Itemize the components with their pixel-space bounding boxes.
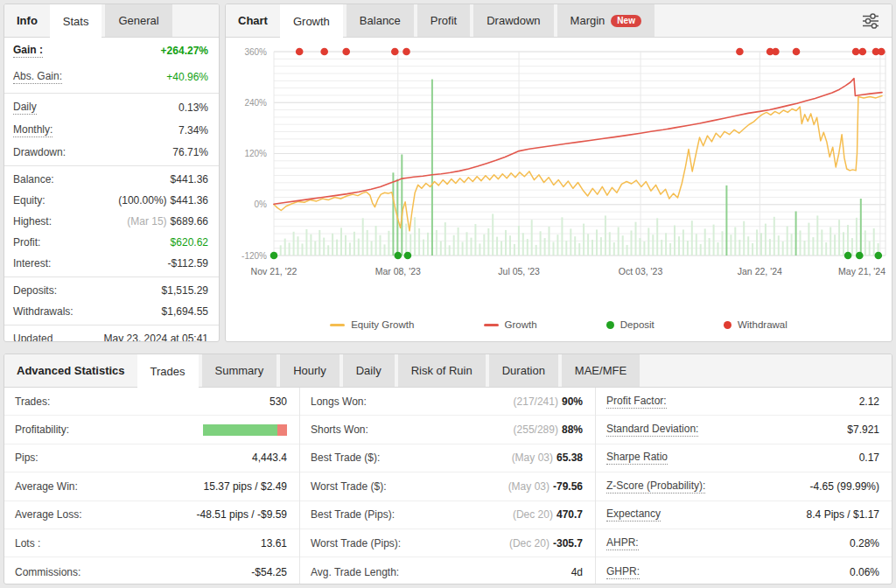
withdrawal-marker[interactable]	[296, 48, 304, 56]
stat-row: AHPR:0.28%	[596, 529, 892, 557]
volume-bar	[405, 224, 407, 256]
tab-trades[interactable]: Trades	[137, 354, 199, 388]
tab-margin[interactable]: MarginNew	[557, 4, 654, 37]
volume-bar	[864, 230, 866, 256]
stat-value: 15.37 pips / $2.49	[204, 480, 287, 493]
tab-label: Daily	[356, 364, 382, 377]
withdrawal-marker[interactable]	[736, 48, 744, 56]
group-divider	[4, 276, 219, 277]
deposit-marker[interactable]	[395, 252, 402, 260]
chart-legend: Equity GrowthGrowthDepositWithdrawal	[226, 308, 892, 341]
left-panel-tabs: StatsGeneral	[50, 4, 176, 37]
stats-column: Profit Factor:2.12Standard Deviation:$7.…	[596, 388, 892, 584]
stat-label: Average Win:	[15, 480, 78, 493]
left-panel-tabstrip: Info StatsGeneral	[4, 4, 219, 38]
growth-chart[interactable]: 360%240%120%0%-120%Nov 21, '22Mar 08, '2…	[226, 38, 892, 308]
deposit-marker[interactable]	[844, 252, 852, 260]
stat-label: Deposits:	[13, 284, 57, 297]
volume-bar	[795, 212, 797, 256]
withdrawal-marker[interactable]	[878, 48, 886, 56]
volume-bar	[787, 227, 788, 256]
volume-bar	[838, 220, 840, 256]
volume-bar	[318, 230, 320, 256]
tab-balance[interactable]: Balance	[346, 4, 414, 37]
withdrawal-marker[interactable]	[852, 48, 860, 56]
volume-bar	[574, 236, 576, 256]
tab-label: Balance	[360, 14, 401, 27]
stat-row: Monthly:7.34%	[4, 119, 219, 142]
stat-value: (May 03)-79.56	[508, 480, 583, 493]
trade-statistics-grid: Trades:530Profitability:Pips:4,443.4Aver…	[4, 388, 892, 584]
withdrawal-marker[interactable]	[859, 48, 867, 56]
stat-value-main: 13.61	[261, 537, 287, 550]
stat-value: +264.27%	[161, 45, 208, 57]
chart-settings-sliders-icon[interactable]	[860, 12, 881, 30]
legend-item-equity-growth: Equity Growth	[330, 319, 414, 330]
stat-label: Monthly:	[13, 123, 52, 137]
stat-value: -48.51 pips / -$9.59	[197, 508, 287, 521]
stat-label: Worst Trade (Pips):	[311, 537, 401, 550]
withdrawal-marker[interactable]	[772, 48, 780, 56]
stat-row: Trades:530	[4, 388, 299, 416]
stat-value: (Dec 20)470.7	[513, 508, 583, 521]
stat-label: Drawdown:	[13, 146, 66, 158]
stat-label: Equity:	[13, 194, 46, 206]
stat-value-main: 530	[270, 396, 287, 408]
volume-bar	[492, 214, 494, 256]
stat-value-prefix: (Dec 20)	[509, 537, 550, 550]
volume-bar	[774, 217, 775, 256]
withdrawal-marker[interactable]	[342, 48, 350, 56]
deposit-marker[interactable]	[856, 252, 864, 260]
withdrawal-marker[interactable]	[391, 48, 399, 56]
stat-value: 0.13%	[178, 102, 208, 114]
volume-bar	[527, 239, 528, 256]
volume-bar	[691, 220, 693, 256]
volume-bar	[760, 233, 762, 256]
withdrawal-marker[interactable]	[320, 48, 328, 56]
tab-duration[interactable]: Duration	[489, 354, 558, 387]
volume-bar	[436, 230, 438, 256]
withdrawal-marker[interactable]	[402, 48, 410, 56]
stat-label: GHPR:	[606, 565, 640, 579]
stat-label: Balance:	[13, 173, 54, 186]
stat-row: Deposits:$1,515.29	[4, 280, 219, 301]
volume-bar	[722, 231, 724, 256]
tab-label: Summary	[215, 364, 264, 377]
profitability-bar	[203, 424, 287, 436]
tab-summary[interactable]: Summary	[202, 354, 277, 387]
chart-panel: Chart GrowthBalanceProfitDrawdownMarginN…	[225, 4, 892, 342]
tab-hourly[interactable]: Hourly	[280, 354, 340, 387]
stat-row: Drawdown:76.71%	[4, 142, 219, 163]
tab-stats[interactable]: Stats	[50, 4, 102, 38]
tab-risk-of-ruin[interactable]: Risk of Ruin	[398, 354, 486, 387]
deposit-marker[interactable]	[875, 252, 883, 260]
volume-bar	[578, 243, 580, 256]
stat-value: (217/241)90%	[514, 396, 583, 408]
volume-bar	[704, 228, 706, 256]
volume-bar	[713, 225, 715, 256]
stat-label: Highest:	[13, 215, 52, 228]
volume-bar	[765, 224, 766, 256]
tab-general[interactable]: General	[105, 4, 172, 37]
deposit-marker[interactable]	[404, 252, 412, 260]
volume-bar	[843, 232, 844, 256]
x-axis-tick-label: Nov 21, '22	[251, 266, 298, 276]
stat-value: May 23, 2024 at 05:41	[104, 332, 208, 342]
tab-daily[interactable]: Daily	[343, 354, 395, 387]
volume-bar	[834, 234, 836, 256]
deposit-marker[interactable]	[270, 252, 278, 260]
tab-growth[interactable]: Growth	[280, 4, 343, 38]
tab-label: Growth	[293, 15, 330, 28]
withdrawal-marker[interactable]	[793, 48, 801, 56]
tab-mae-mfe[interactable]: MAE/MFE	[562, 354, 640, 387]
y-axis-tick-label: 240%	[244, 98, 267, 108]
tab-profit[interactable]: Profit	[417, 4, 470, 37]
stat-value: +40.96%	[166, 71, 208, 83]
stat-value: 530	[270, 396, 287, 408]
tab-drawdown[interactable]: Drawdown	[473, 4, 553, 37]
stat-value-main: May 23, 2024 at 05:41	[104, 332, 208, 342]
stat-label: Pips:	[15, 452, 38, 464]
stat-label: Commissions:	[15, 566, 80, 578]
page: { "left_panel": { "section_label": "Info…	[0, 0, 896, 588]
stat-value-main: 0.06%	[850, 566, 879, 578]
